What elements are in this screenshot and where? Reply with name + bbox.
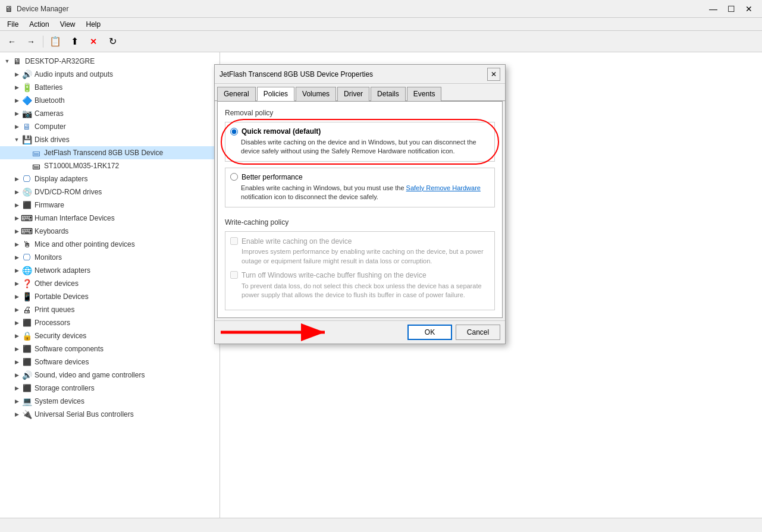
toolbar-separator-1 bbox=[43, 36, 43, 48]
list-item[interactable]: ▶ 📷 Cameras bbox=[0, 107, 219, 120]
list-item[interactable]: ▶ 🖱 Mice and other pointing devices bbox=[0, 238, 219, 251]
list-item[interactable]: ▶ ⬛ Software devices bbox=[0, 355, 219, 369]
menu-help[interactable]: Help bbox=[81, 19, 106, 30]
list-item[interactable]: ▶ ❓ Other devices bbox=[0, 277, 219, 290]
dialog-close-button[interactable]: ✕ bbox=[487, 68, 500, 81]
toggle-icon[interactable]: ▶ bbox=[12, 200, 21, 210]
toggle-icon[interactable]: ▶ bbox=[12, 70, 21, 79]
ok-button[interactable]: OK bbox=[407, 325, 452, 340]
main-area: ▼ 🖥 DESKTOP-AR32GRE ▶ 🔊 Audio inputs and… bbox=[0, 52, 762, 518]
list-item[interactable]: 🖴 JetFlash Transcend 8GB USB Device bbox=[0, 146, 219, 159]
list-item[interactable]: ▶ 🔊 Audio inputs and outputs bbox=[0, 68, 219, 81]
tree-root[interactable]: ▼ 🖥 DESKTOP-AR32GRE bbox=[0, 55, 219, 68]
properties-dialog: JetFlash Transcend 8GB USB Device Proper… bbox=[214, 64, 506, 344]
tab-policies[interactable]: Policies bbox=[257, 87, 294, 101]
list-item[interactable]: ▶ 🖵 Monitors bbox=[0, 251, 219, 264]
scan-button[interactable]: ↻ bbox=[104, 33, 121, 50]
list-item[interactable]: ▶ 🔋 Batteries bbox=[0, 81, 219, 94]
list-item[interactable]: ▶ 🖥 Computer bbox=[0, 120, 219, 133]
list-item[interactable]: ▶ 🔷 Bluetooth bbox=[0, 94, 219, 107]
list-item[interactable]: ▶ 🌐 Network adapters bbox=[0, 264, 219, 277]
list-item[interactable]: ▶ 🖵 Display adapters bbox=[0, 172, 219, 185]
minimize-button[interactable]: — bbox=[705, 1, 722, 17]
close-button[interactable]: ✕ bbox=[741, 1, 757, 17]
list-item[interactable]: ▶ 🔊 Sound, video and game controllers bbox=[0, 369, 219, 382]
quick-removal-option[interactable]: Quick removal (default) bbox=[230, 127, 490, 136]
system-icon: 💻 bbox=[21, 396, 32, 407]
tree-item-label: Sound, video and game controllers bbox=[35, 371, 145, 379]
menu-action[interactable]: Action bbox=[24, 19, 54, 30]
enable-caching-label: Enable write caching on the device bbox=[242, 237, 490, 247]
list-item[interactable]: ▶ 🔒 Security devices bbox=[0, 329, 219, 342]
maximize-button[interactable]: ☐ bbox=[723, 1, 739, 17]
toggle-icon[interactable]: ▶ bbox=[12, 331, 21, 341]
toggle-icon[interactable]: ▶ bbox=[12, 279, 21, 288]
tab-driver[interactable]: Driver bbox=[337, 87, 369, 101]
turn-off-flushing-checkbox[interactable] bbox=[230, 271, 238, 279]
better-performance-option[interactable]: Better performance bbox=[230, 173, 490, 181]
safely-remove-hardware-link[interactable]: Safely Remove Hardware bbox=[406, 184, 481, 191]
tree-item-label: Processors bbox=[35, 319, 70, 327]
toggle-icon[interactable]: ▶ bbox=[12, 370, 21, 380]
toggle-icon[interactable]: ▶ bbox=[12, 396, 21, 406]
usb-icon: 🔌 bbox=[21, 409, 32, 420]
list-item[interactable]: ▶ ⬛ Processors bbox=[0, 316, 219, 329]
toggle-icon[interactable]: ▶ bbox=[12, 253, 21, 262]
menu-view[interactable]: View bbox=[55, 19, 80, 30]
list-item[interactable]: ▶ 🔌 Universal Serial Bus controllers bbox=[0, 408, 219, 421]
toggle-icon[interactable]: ▶ bbox=[12, 174, 21, 184]
removal-policy-options: Quick removal (default) Disables write c… bbox=[225, 122, 495, 162]
list-item[interactable]: ▶ ⌨ Human Interface Devices bbox=[0, 212, 219, 225]
jetflash-icon: 🖴 bbox=[31, 147, 42, 158]
toggle-icon[interactable]: ▶ bbox=[12, 266, 21, 275]
tab-general[interactable]: General bbox=[217, 87, 256, 101]
root-toggle[interactable]: ▼ bbox=[2, 56, 12, 66]
toggle-icon[interactable]: ▶ bbox=[12, 240, 21, 249]
quick-removal-radio[interactable] bbox=[230, 128, 238, 136]
battery-icon: 🔋 bbox=[21, 82, 32, 93]
display-icon: 🖵 bbox=[21, 174, 32, 184]
toggle-icon[interactable]: ▶ bbox=[12, 410, 21, 419]
uninstall-button[interactable]: ✕ bbox=[85, 33, 102, 50]
toggle-icon[interactable]: ▶ bbox=[12, 187, 21, 197]
toggle-icon[interactable]: ▶ bbox=[12, 344, 21, 354]
list-item[interactable]: ▶ 💻 System devices bbox=[0, 395, 219, 408]
list-item[interactable]: ▶ ⬛ Software components bbox=[0, 342, 219, 355]
enable-caching-checkbox[interactable] bbox=[230, 237, 238, 245]
turn-off-flushing-row: Turn off Windows write-cache buffer flus… bbox=[230, 270, 490, 300]
tab-events[interactable]: Events bbox=[407, 87, 442, 101]
toggle-icon[interactable]: ▶ bbox=[12, 383, 21, 393]
toggle-icon[interactable]: ▶ bbox=[12, 96, 21, 105]
list-item[interactable]: ▶ ⬛ Storage controllers bbox=[0, 382, 219, 395]
forward-button[interactable]: → bbox=[23, 33, 39, 50]
list-item[interactable]: ▶ 📱 Portable Devices bbox=[0, 290, 219, 303]
tab-volumes[interactable]: Volumes bbox=[296, 87, 336, 101]
list-item[interactable]: ▶ ⌨ Keyboards bbox=[0, 225, 219, 238]
toggle-icon[interactable]: ▶ bbox=[12, 226, 21, 236]
list-item[interactable]: 🖴 ST1000LM035-1RK172 bbox=[0, 159, 219, 172]
list-item[interactable]: ▶ ⬛ Firmware bbox=[0, 199, 219, 212]
properties-button[interactable]: 📋 bbox=[47, 33, 64, 50]
toggle-icon[interactable]: ▶ bbox=[12, 109, 21, 118]
toggle-icon[interactable]: ▶ bbox=[12, 292, 21, 301]
toggle-icon[interactable]: ▶ bbox=[12, 122, 21, 131]
dialog-body: Removal policy Quick removal (default) D… bbox=[217, 101, 503, 318]
toggle-icon[interactable]: ▶ bbox=[12, 83, 21, 92]
toggle-icon[interactable]: ▶ bbox=[12, 318, 21, 328]
back-button[interactable]: ← bbox=[4, 33, 20, 50]
better-performance-radio[interactable] bbox=[230, 173, 238, 181]
toggle-icon[interactable]: ▶ bbox=[12, 357, 21, 367]
update-driver-button[interactable]: ⬆ bbox=[66, 33, 83, 50]
toggle-icon[interactable]: ▼ bbox=[12, 135, 21, 144]
toggle-icon[interactable]: ▶ bbox=[12, 305, 21, 314]
turn-off-flushing-label: Turn off Windows write-cache buffer flus… bbox=[242, 270, 490, 281]
better-performance-option-group: Better performance Enables write caching… bbox=[225, 168, 495, 207]
list-item[interactable]: ▶ 🖨 Print queues bbox=[0, 303, 219, 316]
tree-item-label: System devices bbox=[35, 397, 84, 405]
cancel-button[interactable]: Cancel bbox=[456, 325, 500, 340]
list-item[interactable]: ▼ 💾 Disk drives bbox=[0, 133, 219, 146]
list-item[interactable]: ▶ 💿 DVD/CD-ROM drives bbox=[0, 185, 219, 199]
tab-details[interactable]: Details bbox=[371, 87, 406, 101]
toggle-icon[interactable]: ▶ bbox=[12, 213, 21, 223]
menu-file[interactable]: File bbox=[2, 19, 23, 30]
